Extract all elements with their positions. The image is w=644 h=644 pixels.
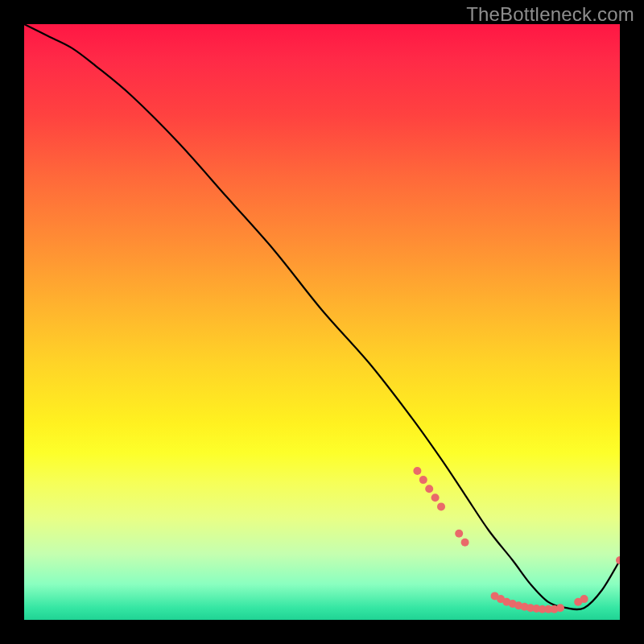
chart-stage: TheBottleneck.com [0, 0, 644, 644]
highlight-points [413, 467, 620, 613]
highlight-point [437, 502, 445, 510]
watermark-text: TheBottleneck.com [466, 3, 634, 26]
highlight-point [556, 604, 564, 612]
highlight-point [431, 493, 440, 502]
highlight-point [419, 476, 427, 484]
chart-svg [24, 24, 620, 620]
highlight-point [455, 530, 463, 538]
highlight-point [413, 467, 421, 475]
highlight-point [425, 485, 433, 493]
bottleneck-curve [24, 24, 620, 609]
plot-area [24, 24, 620, 620]
highlight-point [580, 595, 588, 603]
highlight-point [616, 556, 620, 564]
highlight-point [461, 539, 469, 547]
